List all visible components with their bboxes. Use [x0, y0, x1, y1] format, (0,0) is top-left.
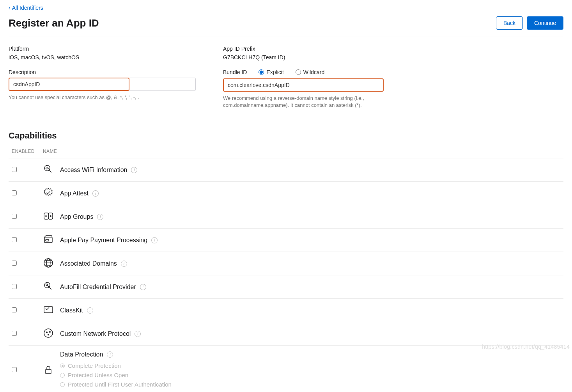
capability-name: Data Protectioni [60, 351, 113, 358]
platform-value: iOS, macOS, tvOS, watchOS [9, 54, 196, 60]
capability-enable-checkbox[interactable] [12, 214, 17, 219]
form-right-column: App ID Prefix G7BCKCLH7Q (Team ID) Bundl… [223, 46, 410, 117]
bundle-wildcard-radio[interactable]: Wildcard [296, 69, 324, 75]
bundle-radio-row: Bundle ID Explicit Wildcard [223, 69, 410, 75]
chalkboard-icon [43, 304, 54, 315]
sub-option-label: Complete Protection [68, 361, 121, 371]
capability-enable-checkbox[interactable] [12, 190, 17, 195]
capability-row: Associated Domainsi [9, 252, 563, 275]
info-icon[interactable]: i [87, 307, 93, 314]
wifi-search-icon [43, 164, 54, 175]
capability-row: AutoFill Credential Provideri [9, 275, 563, 299]
capability-enable-checkbox[interactable] [12, 307, 17, 312]
capability-name-text: Access WiFi Information [60, 167, 127, 174]
capability-enable-checkbox[interactable] [12, 367, 17, 372]
capability-name: ClassKiti [60, 307, 93, 314]
capability-name-text: Apple Pay Payment Processing [60, 237, 147, 244]
header-actions: Back Continue [496, 16, 563, 30]
capability-sub-option: Protected Unless Open [60, 371, 560, 380]
info-icon[interactable]: i [121, 261, 127, 267]
lock-icon [43, 364, 54, 375]
page-title: Register an App ID [9, 17, 99, 29]
col-header-name: NAME [40, 145, 563, 158]
capability-enable-checkbox[interactable] [12, 237, 17, 242]
all-identifiers-link[interactable]: ‹ All Identifiers [9, 5, 43, 11]
info-icon[interactable]: i [97, 214, 103, 220]
bundle-highlight [223, 78, 384, 92]
continue-button[interactable]: Continue [527, 16, 563, 30]
capability-enable-checkbox[interactable] [12, 167, 17, 172]
capability-name: AutoFill Credential Provideri [60, 284, 146, 291]
badge-check-icon [43, 187, 54, 198]
sub-option-radio [60, 364, 65, 368]
capability-name: Custom Network Protocoli [60, 330, 141, 337]
all-identifiers-label: All Identifiers [12, 5, 43, 11]
capability-name: Associated Domainsi [60, 260, 127, 267]
capability-name-text: Associated Domains [60, 260, 117, 267]
key-search-icon [43, 281, 54, 292]
capability-name-text: App Groups [60, 213, 93, 220]
info-icon[interactable]: i [140, 284, 146, 290]
info-icon[interactable]: i [151, 237, 158, 243]
capability-row: App Attesti [9, 182, 563, 205]
info-icon[interactable]: i [131, 167, 137, 173]
capability-row: Custom Network Protocoli [9, 322, 563, 346]
description-input-extension [129, 78, 196, 91]
description-input[interactable] [9, 78, 129, 90]
prefix-value: G7BCKCLH7Q (Team ID) [223, 54, 410, 60]
description-highlight [9, 78, 129, 91]
capability-name-text: App Attest [60, 190, 89, 197]
capability-enable-checkbox[interactable] [12, 331, 17, 336]
capability-row: App Groupsi [9, 205, 563, 229]
capability-name: Access WiFi Informationi [60, 167, 137, 174]
capabilities-table: ENABLED NAME Access WiFi InformationiApp… [9, 145, 563, 392]
nodes-icon [43, 328, 54, 339]
description-field: Description You cannot use special chara… [9, 69, 196, 101]
bundle-field: Bundle ID Explicit Wildcard We recommend… [223, 69, 410, 109]
info-icon[interactable]: i [107, 351, 113, 358]
sub-option-label: Protected Until First User Authenticatio… [68, 380, 172, 389]
capability-enable-checkbox[interactable] [12, 261, 17, 266]
header: Register an App ID Back Continue [9, 16, 563, 37]
sub-option-label: Protected Unless Open [68, 371, 128, 380]
info-icon[interactable]: i [135, 331, 141, 337]
capability-row: Access WiFi Informationi [9, 158, 563, 182]
back-button[interactable]: Back [496, 16, 523, 30]
groups-icon [43, 211, 54, 222]
capability-row: Data ProtectioniComplete ProtectionProte… [9, 346, 563, 392]
capability-row: Apple Pay Payment Processingi [9, 229, 563, 252]
capabilities-title: Capabilities [9, 131, 563, 141]
bundle-input[interactable] [224, 79, 383, 91]
capability-sub-option: Complete Protection [60, 361, 560, 371]
capability-name-text: AutoFill Credential Provider [60, 284, 136, 291]
watermark: https://blog.csdn.net/qq_41485414 [482, 344, 570, 350]
wallet-icon [43, 234, 54, 245]
capability-enable-checkbox[interactable] [12, 284, 17, 289]
description-label: Description [9, 69, 196, 75]
capability-name-text: ClassKit [60, 307, 83, 314]
platform-field: Platform iOS, macOS, tvOS, watchOS [9, 46, 196, 60]
bundle-wildcard-label: Wildcard [303, 69, 324, 75]
capability-name-text: Custom Network Protocol [60, 330, 131, 337]
prefix-field: App ID Prefix G7BCKCLH7Q (Team ID) [223, 46, 410, 60]
capability-row: ClassKiti [9, 299, 563, 322]
sub-option-radio [60, 373, 65, 378]
capability-name: App Attesti [60, 190, 99, 197]
bundle-explicit-label: Explicit [266, 69, 283, 75]
form-left-column: Platform iOS, macOS, tvOS, watchOS Descr… [9, 46, 196, 117]
capability-sub-options: Complete ProtectionProtected Unless Open… [60, 361, 560, 389]
capability-name: Apple Pay Payment Processingi [60, 237, 158, 244]
bundle-label: Bundle ID [223, 69, 247, 75]
chevron-left-icon: ‹ [9, 5, 11, 11]
form-columns: Platform iOS, macOS, tvOS, watchOS Descr… [9, 46, 563, 117]
sub-option-radio [60, 382, 65, 387]
globe-icon [43, 257, 54, 268]
bundle-explicit-radio[interactable]: Explicit [259, 69, 283, 75]
capability-sub-option: Protected Until First User Authenticatio… [60, 380, 560, 389]
platform-label: Platform [9, 46, 196, 52]
info-icon[interactable]: i [92, 190, 99, 197]
capability-name-text: Data Protection [60, 351, 103, 358]
prefix-label: App ID Prefix [223, 46, 410, 52]
description-hint: You cannot use special characters such a… [9, 94, 196, 101]
bundle-hint: We recommend using a reverse-domain name… [223, 95, 410, 109]
